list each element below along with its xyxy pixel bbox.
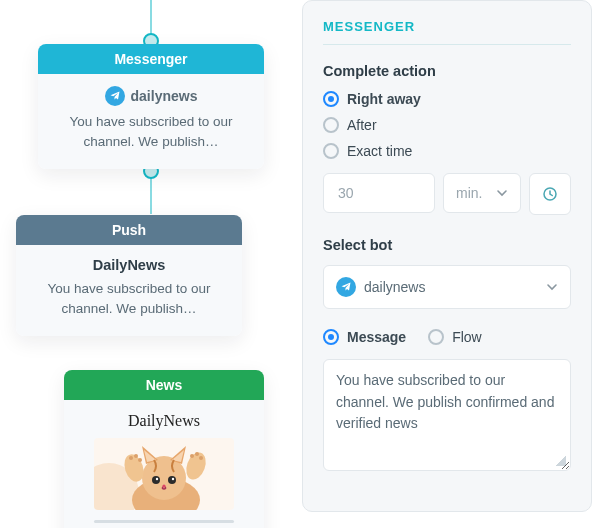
news-text-placeholder — [94, 520, 234, 528]
radio-dot-icon — [428, 329, 444, 345]
svg-point-7 — [156, 478, 158, 480]
content-radio-group: Message Flow — [323, 329, 571, 345]
radio-dot-icon — [323, 143, 339, 159]
card-header: Messenger — [38, 44, 264, 74]
radio-label: Flow — [452, 329, 482, 345]
delay-unit-select[interactable]: min. — [443, 173, 521, 213]
card-preview-text: You have subscribed to our channel. We p… — [52, 112, 250, 153]
svg-point-14 — [138, 458, 142, 462]
card-header: Push — [16, 215, 242, 245]
telegram-icon — [105, 86, 125, 106]
complete-action-label: Complete action — [323, 63, 571, 79]
card-body: dailynews You have subscribed to our cha… — [38, 74, 264, 169]
radio-message[interactable]: Message — [323, 329, 406, 345]
selected-bot-name: dailynews — [364, 279, 425, 295]
svg-point-15 — [190, 454, 194, 458]
canvas: Messenger dailynews You have subscribed … — [0, 0, 608, 528]
panel-title: MESSENGER — [323, 19, 571, 45]
config-panel: MESSENGER Complete action Right away Aft… — [302, 0, 592, 512]
card-body: DailyNews You have subscribed to our cha… — [16, 245, 242, 336]
bot-row: dailynews — [52, 86, 250, 106]
card-body: DailyNews — [64, 400, 264, 528]
svg-point-8 — [172, 478, 174, 480]
radio-exact-time[interactable]: Exact time — [323, 143, 571, 159]
flow-card-news[interactable]: News DailyNews — [64, 370, 264, 528]
clock-icon — [541, 185, 559, 203]
timing-radio-group: Right away After Exact time — [323, 91, 571, 159]
chevron-down-icon — [546, 281, 558, 293]
svg-point-13 — [134, 454, 138, 458]
bot-name: dailynews — [131, 88, 198, 104]
radio-dot-icon — [323, 91, 339, 107]
radio-label: After — [347, 117, 377, 133]
flow-card-messenger[interactable]: Messenger dailynews You have subscribed … — [38, 44, 264, 169]
delay-row: min. — [323, 173, 571, 215]
radio-after[interactable]: After — [323, 117, 571, 133]
news-title: DailyNews — [78, 412, 250, 430]
radio-right-away[interactable]: Right away — [323, 91, 571, 107]
radio-dot-icon — [323, 329, 339, 345]
bot-select[interactable]: dailynews — [323, 265, 571, 309]
delay-input[interactable] — [336, 184, 422, 202]
flow-card-push[interactable]: Push DailyNews You have subscribed to ou… — [16, 215, 242, 336]
radio-label: Exact time — [347, 143, 412, 159]
svg-point-6 — [168, 476, 176, 484]
card-preview-text: You have subscribed to our channel. We p… — [30, 279, 228, 320]
radio-label: Right away — [347, 91, 421, 107]
news-image — [94, 438, 234, 510]
message-textarea[interactable]: You have subscribed to our channel. We p… — [323, 359, 571, 471]
svg-point-5 — [152, 476, 160, 484]
svg-point-12 — [129, 456, 133, 460]
card-header: News — [64, 370, 264, 400]
chevron-down-icon — [496, 187, 508, 199]
radio-dot-icon — [323, 117, 339, 133]
schedule-button[interactable] — [529, 173, 571, 215]
telegram-icon — [336, 277, 356, 297]
svg-point-9 — [162, 484, 165, 487]
select-bot-label: Select bot — [323, 237, 571, 253]
radio-label: Message — [347, 329, 406, 345]
radio-flow[interactable]: Flow — [428, 329, 482, 345]
delay-unit-label: min. — [456, 185, 482, 201]
svg-point-16 — [195, 452, 199, 456]
delay-value-input[interactable] — [323, 173, 435, 213]
card-title: DailyNews — [30, 257, 228, 273]
svg-point-17 — [199, 456, 203, 460]
